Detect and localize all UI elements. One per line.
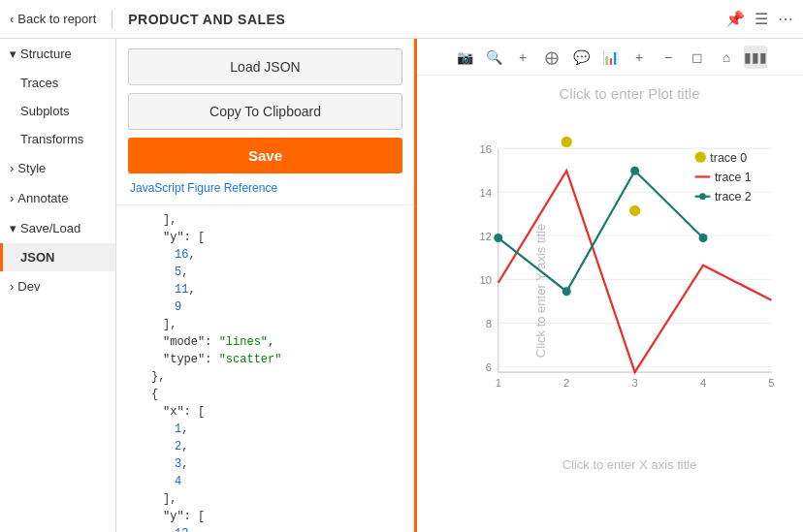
code-line: "type": "scatter"	[128, 351, 402, 368]
code-line: "mode": "lines",	[128, 333, 402, 351]
code-line: ],	[128, 490, 402, 508]
svg-text:2: 2	[563, 377, 569, 389]
code-line: 9	[128, 298, 402, 316]
copy-clipboard-button[interactable]: Copy To Clipboard	[128, 93, 402, 130]
code-line: "x": [	[128, 403, 402, 421]
y-axis-title[interactable]: Click to enter Y axis title	[533, 224, 548, 358]
svg-text:1: 1	[496, 377, 501, 389]
code-line: 4	[128, 473, 402, 490]
code-line: ],	[128, 211, 402, 229]
compare-icon[interactable]: 📊	[598, 46, 622, 69]
code-line: 16,	[128, 246, 402, 264]
code-line: ],	[128, 316, 402, 333]
sidebar-item-traces[interactable]: Traces	[0, 69, 115, 97]
sidebar-item-label: Save/Load	[20, 221, 80, 235]
sidebar-item-label: Dev	[17, 279, 40, 294]
x-axis-title[interactable]: Click to enter X axis title	[562, 457, 697, 472]
tooltip-icon[interactable]: 💬	[569, 46, 593, 69]
zoom-in-icon[interactable]: +	[627, 46, 651, 69]
sidebar-item-label: Style	[17, 161, 46, 175]
trace2-point	[699, 234, 708, 242]
svg-text:4: 4	[700, 377, 706, 389]
chevron-right-icon: ›	[10, 191, 14, 205]
sidebar-section-style[interactable]: › Style	[0, 153, 115, 183]
plus-icon[interactable]: +	[511, 46, 534, 69]
top-bar: ‹ Back to report PRODUCT AND SALES 📌 ☰ ⋯	[0, 0, 803, 39]
sidebar-section-dev[interactable]: › Dev	[0, 271, 115, 301]
chart-svg: 16 14 12 10 8 6 1 2 3 4 5	[466, 107, 793, 474]
chevron-right-icon: ›	[10, 161, 14, 175]
code-line: 3,	[128, 455, 402, 473]
legend-trace0-label: trace 0	[710, 151, 747, 165]
svg-text:12: 12	[480, 231, 493, 242]
top-bar-left: ‹ Back to report PRODUCT AND SALES	[10, 10, 285, 29]
chart-panel: 📷 🔍 + ⨁ 💬 📊 + − ◻ ⌂ ▮▮▮ Click to enter P…	[417, 39, 803, 532]
sidebar-item-label: Annotate	[17, 191, 68, 205]
page-title: PRODUCT AND SALES	[128, 12, 285, 27]
svg-text:8: 8	[486, 318, 492, 329]
legend-trace2-label: trace 2	[715, 190, 752, 203]
menu-icon[interactable]: ☰	[755, 10, 768, 28]
chart-toolbar: 📷 🔍 + ⨁ 💬 📊 + − ◻ ⌂ ▮▮▮	[417, 39, 803, 76]
sidebar-section-annotate[interactable]: › Annotate	[0, 183, 115, 213]
pin-icon[interactable]: 📌	[725, 10, 745, 28]
code-line: 12,	[128, 525, 402, 532]
chevron-right-icon: ›	[10, 279, 14, 294]
sidebar: ▾ Structure Traces Subplots Transforms ›…	[0, 39, 116, 532]
zoom-out-icon[interactable]: −	[657, 46, 680, 69]
more-icon[interactable]: ⋯	[778, 10, 793, 28]
legend-trace2-dot	[699, 193, 706, 200]
crosshair-icon[interactable]: ⨁	[540, 46, 563, 69]
save-button[interactable]: Save	[128, 138, 402, 173]
legend-trace1-label: trace 1	[715, 171, 752, 184]
code-line: 11,	[128, 281, 402, 298]
svg-text:6: 6	[486, 361, 492, 373]
bar-chart-icon[interactable]: ▮▮▮	[744, 46, 767, 69]
chevron-down-icon: ▾	[10, 221, 16, 235]
trace2-point	[494, 234, 502, 242]
center-panel: Load JSON Copy To Clipboard Save JavaScr…	[116, 39, 417, 532]
sidebar-item-subplots[interactable]: Subplots	[0, 97, 115, 125]
code-editor[interactable]: ], "y": [ 16, 5, 11, 9 ], "mode": "lines…	[116, 205, 414, 532]
trace0-point	[562, 137, 572, 147]
code-line: 5,	[128, 264, 402, 281]
trace2-point	[562, 287, 571, 296]
chart-area: Click to enter Plot title Click to enter…	[417, 76, 803, 532]
back-arrow-icon: ‹	[10, 12, 14, 26]
back-button[interactable]: ‹ Back to report	[10, 12, 96, 26]
sidebar-section-structure[interactable]: ▾ Structure	[0, 39, 115, 69]
zoom-icon[interactable]: 🔍	[482, 46, 505, 69]
sidebar-item-transforms[interactable]: Transforms	[0, 125, 115, 153]
js-reference-link[interactable]: JavaScript Figure Reference	[128, 181, 402, 195]
center-actions: Load JSON Copy To Clipboard Save JavaScr…	[116, 39, 414, 205]
svg-text:16: 16	[480, 143, 493, 155]
svg-text:10: 10	[480, 274, 493, 286]
chevron-down-icon: ▾	[10, 47, 16, 61]
plot-title[interactable]: Click to enter Plot title	[466, 85, 793, 102]
trace0-point	[629, 205, 640, 216]
legend-trace0-icon	[695, 152, 706, 163]
svg-text:5: 5	[768, 377, 774, 389]
code-line: "y": [	[128, 508, 402, 525]
svg-text:3: 3	[632, 377, 638, 389]
code-line: 2,	[128, 438, 402, 455]
svg-text:14: 14	[480, 187, 493, 199]
top-bar-right: 📌 ☰ ⋯	[725, 10, 793, 28]
code-line: 1,	[128, 421, 402, 438]
code-line: "y": [	[128, 229, 402, 246]
sidebar-item-label: Structure	[20, 47, 72, 61]
trace2-point	[630, 167, 639, 175]
sidebar-item-json[interactable]: JSON	[0, 243, 115, 271]
home-icon[interactable]: ⌂	[715, 46, 738, 69]
back-label: Back to report	[17, 12, 96, 26]
select-icon[interactable]: ◻	[686, 46, 709, 69]
sidebar-section-saveload[interactable]: ▾ Save/Load	[0, 213, 115, 243]
camera-icon[interactable]: 📷	[453, 46, 476, 69]
load-json-button[interactable]: Load JSON	[128, 48, 402, 85]
code-line: {	[128, 386, 402, 403]
code-line: },	[128, 368, 402, 386]
main-layout: ▾ Structure Traces Subplots Transforms ›…	[0, 39, 803, 532]
divider	[112, 10, 112, 29]
